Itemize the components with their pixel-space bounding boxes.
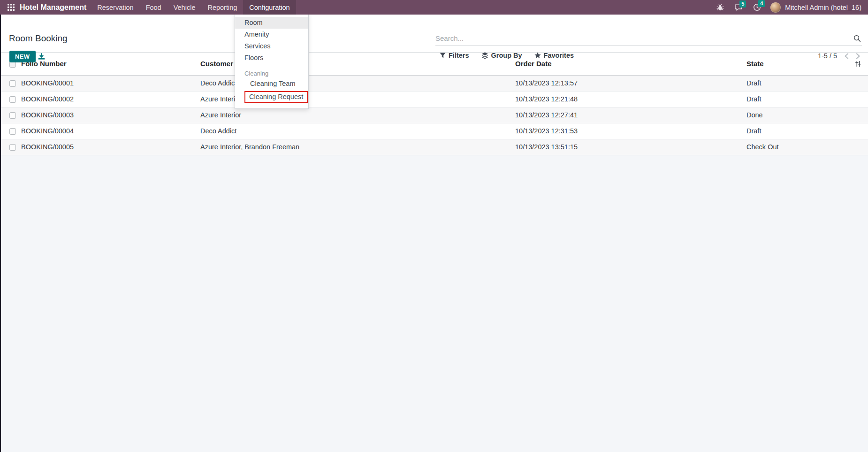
odoo-screen: Hotel Management Reservation Food Vehicl…: [0, 0, 868, 452]
window-edge-line: [0, 15, 1, 452]
cell-order-date[interactable]: 10/13/2023 12:27:41: [515, 107, 746, 123]
table-row[interactable]: BOOKING/00002 Azure Interior 10/13/2023 …: [0, 91, 868, 107]
row-checkbox[interactable]: [9, 112, 16, 119]
table-header-row: Folio Number Customer Order Date State: [0, 53, 868, 75]
cell-state[interactable]: Draft: [746, 75, 868, 91]
row-select-cell: [0, 91, 21, 107]
new-button[interactable]: NEW: [9, 51, 36, 62]
download-icon[interactable]: [38, 53, 46, 61]
user-name[interactable]: Mitchell Admin (hotel_16): [785, 4, 861, 11]
nav-item-food[interactable]: Food: [140, 0, 168, 15]
row-select-cell: [0, 75, 21, 91]
cell-folio[interactable]: BOOKING/00004: [21, 123, 200, 139]
configuration-dropdown: Room Amenity Services Floors Cleaning Cl…: [235, 15, 309, 109]
messages-icon[interactable]: 5: [734, 4, 743, 11]
activities-count-badge: 4: [758, 0, 765, 7]
row-checkbox[interactable]: [9, 128, 16, 135]
cell-customer[interactable]: Azure Interior, Brandon Freeman: [200, 139, 515, 155]
table-row[interactable]: BOOKING/00005 Azure Interior, Brandon Fr…: [0, 139, 868, 155]
cell-order-date[interactable]: 10/13/2023 12:31:53: [515, 123, 746, 139]
search-bar: [435, 31, 862, 46]
table-row[interactable]: BOOKING/00004 Deco Addict 10/13/2023 12:…: [0, 123, 868, 139]
page-title: Room Booking: [9, 33, 68, 44]
cell-state[interactable]: Draft: [746, 91, 868, 107]
search-input[interactable]: [435, 31, 848, 46]
search-options-row: Filters Group By Favorites: [440, 52, 574, 59]
dropdown-item-cleaning-request[interactable]: Cleaning Request: [244, 91, 308, 103]
nav-item-reservation[interactable]: Reservation: [91, 0, 139, 15]
main-menu: Reservation Food Vehicle Reporting Confi…: [91, 0, 296, 15]
favorites-star-icon: [534, 52, 541, 59]
cell-order-date[interactable]: 10/13/2023 13:51:15: [515, 139, 746, 155]
table-row[interactable]: BOOKING/00003 Azure Interior 10/13/2023 …: [0, 107, 868, 123]
cell-order-date[interactable]: 10/13/2023 12:13:57: [515, 75, 746, 91]
user-avatar[interactable]: [770, 2, 781, 13]
pager-next-button[interactable]: [856, 53, 860, 59]
cell-folio[interactable]: BOOKING/00005: [21, 139, 200, 155]
row-select-cell: [0, 123, 21, 139]
activities-clock-icon[interactable]: 4: [753, 3, 761, 11]
dropdown-item-floors[interactable]: Floors: [235, 52, 308, 64]
top-navbar: Hotel Management Reservation Food Vehicl…: [0, 0, 868, 15]
systray: 5 4 Mitchell Admin (hotel_16): [706, 0, 864, 15]
nav-item-reporting[interactable]: Reporting: [201, 0, 243, 15]
dropdown-item-cleaning-request-wrapper: Cleaning Request: [235, 91, 308, 103]
table-row[interactable]: BOOKING/00001 Deco Addict 10/13/2023 12:…: [0, 75, 868, 91]
cell-state[interactable]: Check Out: [746, 139, 868, 155]
cell-folio[interactable]: BOOKING/00001: [21, 75, 200, 91]
app-name[interactable]: Hotel Management: [20, 3, 86, 12]
bug-icon[interactable]: [716, 4, 724, 11]
pager-range: 1-5 / 5: [818, 52, 837, 60]
filters-button[interactable]: Filters: [440, 52, 469, 59]
filter-funnel-icon: [440, 53, 446, 58]
cell-folio[interactable]: BOOKING/00002: [21, 91, 200, 107]
row-checkbox[interactable]: [9, 96, 16, 103]
cell-order-date[interactable]: 10/13/2023 12:21:48: [515, 91, 746, 107]
cell-folio[interactable]: BOOKING/00003: [21, 107, 200, 123]
dropdown-item-services[interactable]: Services: [235, 40, 308, 52]
row-select-cell: [0, 107, 21, 123]
row-checkbox[interactable]: [9, 144, 16, 151]
nav-item-vehicle[interactable]: Vehicle: [168, 0, 202, 15]
row-select-cell: [0, 139, 21, 155]
cell-customer[interactable]: Deco Addict: [200, 123, 515, 139]
cell-customer[interactable]: Azure Interior: [200, 107, 515, 123]
search-icon[interactable]: [853, 35, 861, 42]
row-checkbox[interactable]: [9, 80, 16, 87]
messages-count-badge: 5: [739, 0, 746, 8]
group-by-button[interactable]: Group By: [481, 52, 522, 59]
dropdown-section-cleaning: Cleaning: [235, 69, 308, 78]
favorites-button[interactable]: Favorites: [534, 52, 574, 59]
apps-grid-icon[interactable]: [5, 0, 17, 15]
room-booking-table: Folio Number Customer Order Date State B…: [0, 53, 868, 155]
pager: 1-5 / 5: [818, 52, 860, 60]
nav-item-configuration[interactable]: Configuration: [243, 0, 296, 15]
dropdown-item-amenity[interactable]: Amenity: [235, 29, 308, 40]
dropdown-item-room[interactable]: Room: [235, 17, 308, 29]
dropdown-item-cleaning-team[interactable]: Cleaning Team: [235, 78, 308, 90]
group-by-layers-icon: [481, 52, 488, 59]
header-folio-number[interactable]: Folio Number: [21, 53, 200, 75]
cell-state[interactable]: Draft: [746, 123, 868, 139]
pager-previous-button[interactable]: [844, 53, 849, 59]
control-panel: Room Booking NEW Filters: [0, 15, 868, 53]
cell-state[interactable]: Done: [746, 107, 868, 123]
column-settings-icon[interactable]: [855, 61, 861, 67]
